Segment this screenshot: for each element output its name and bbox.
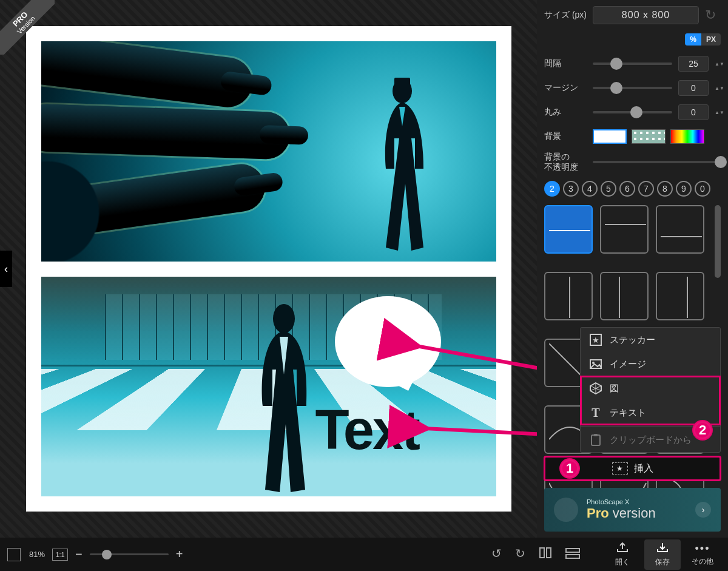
spacing-slider[interactable] [593, 63, 672, 65]
download-icon [656, 542, 669, 556]
svg-rect-22 [594, 434, 598, 436]
collage-cell-2[interactable]: Text [41, 277, 496, 497]
cell-count-6[interactable]: 6 [619, 181, 635, 197]
svg-rect-23 [540, 548, 544, 558]
cell-count-0[interactable]: 0 [695, 181, 710, 197]
opacity-label: 背景の不透明度 [544, 152, 587, 172]
more-button[interactable]: ••• その他 [684, 539, 721, 570]
fit-screen-button[interactable] [7, 548, 21, 561]
annotation-highlight-2: 図 T テキスト 2 [581, 376, 720, 425]
clipboard-icon [589, 433, 602, 447]
text-object[interactable]: Text [315, 398, 419, 462]
cell-count-4[interactable]: 4 [582, 181, 598, 197]
menu-item-label: ステッカー [610, 334, 655, 346]
collapse-toggle[interactable]: ‹ [0, 251, 12, 287]
layout-tile[interactable] [656, 205, 704, 254]
margin-value[interactable]: 0 [678, 80, 709, 96]
insert-button-label: 挿入 [634, 462, 653, 475]
star-box-icon: ★ [589, 333, 602, 346]
save-button[interactable]: 保存 [644, 539, 681, 570]
undo-icon[interactable]: ↺ [491, 546, 502, 563]
cell-count-3[interactable]: 3 [563, 181, 579, 197]
layout-tile[interactable] [656, 272, 704, 320]
chevron-right-icon[interactable]: › [695, 502, 711, 518]
spacing-value[interactable]: 25 [678, 56, 709, 72]
bg-swatch-white[interactable] [593, 129, 627, 144]
illustration-finger [41, 103, 291, 160]
image-icon [589, 357, 602, 371]
properties-panel: サイズ (px) 800 x 800 ↻ % PX 間隔 25 ▲▼ マージン … [537, 0, 728, 538]
annotation-badge-2: 2 [693, 421, 712, 439]
svg-point-2 [273, 304, 295, 333]
redo-icon[interactable]: ↻ [705, 7, 721, 23]
promo-logo [554, 498, 578, 522]
cell-count-selector: 234567890 [544, 181, 721, 197]
svg-rect-26 [566, 555, 579, 558]
svg-rect-1 [394, 78, 410, 86]
size-input[interactable]: 800 x 800 [593, 6, 699, 24]
insert-menu: ★ ステッカー イメージ 図 T テキスト 2 [580, 327, 721, 453]
margin-slider[interactable] [593, 87, 672, 89]
collage-canvas[interactable]: Text [26, 26, 511, 512]
redo-icon[interactable]: ↻ [515, 546, 525, 563]
svg-rect-21 [592, 435, 600, 445]
more-icon: ••• [695, 542, 710, 555]
rounding-value[interactable]: 0 [678, 104, 709, 120]
actual-size-button[interactable]: 1:1 [52, 549, 68, 561]
layout-tile[interactable] [600, 272, 649, 320]
layout-tile[interactable] [600, 205, 649, 254]
margin-stepper[interactable]: ▲▼ [715, 86, 721, 91]
zoom-slider[interactable] [90, 553, 169, 555]
rounding-label: 丸み [544, 107, 587, 118]
layout-tile[interactable] [544, 205, 593, 254]
open-button[interactable]: 開く [604, 539, 641, 570]
bg-swatch-pattern[interactable] [632, 129, 666, 144]
zoom-percent: 81% [29, 550, 45, 559]
menu-item-sticker[interactable]: ★ ステッカー [581, 328, 720, 352]
size-row: サイズ (px) 800 x 800 ↻ [544, 6, 721, 24]
menu-item-shape[interactable]: 図 [581, 376, 720, 400]
pro-promo[interactable]: PhotoScape X Pro version › [544, 488, 721, 532]
collage-cell-1[interactable] [41, 41, 496, 262]
cell-count-9[interactable]: 9 [676, 181, 692, 197]
spacing-stepper[interactable]: ▲▼ [715, 61, 721, 67]
promo-title: Pro version [587, 505, 656, 521]
split-icon[interactable] [565, 546, 580, 563]
illustration-finger [41, 41, 255, 110]
more-label: その他 [692, 556, 713, 567]
layouts-scrollbar[interactable] [715, 205, 721, 278]
opacity-slider[interactable] [593, 161, 721, 163]
menu-item-label: イメージ [610, 359, 646, 370]
cell-count-5[interactable]: 5 [601, 181, 616, 197]
shape-icon [589, 382, 602, 395]
zoom-in-button[interactable]: + [176, 547, 183, 561]
speech-bubble[interactable] [335, 296, 441, 387]
compare-icon[interactable] [539, 546, 552, 563]
bg-swatch-rainbow[interactable] [670, 129, 704, 144]
size-label: サイズ (px) [544, 10, 587, 21]
rounding-stepper[interactable]: ▲▼ [715, 110, 721, 115]
layout-tile[interactable] [544, 272, 593, 320]
bottom-toolbar: 81% 1:1 − + ↺ ↻ 開く 保存 ••• その他 [0, 538, 728, 571]
svg-rect-25 [566, 549, 579, 552]
zoom-out-button[interactable]: − [75, 547, 83, 561]
cell-count-8[interactable]: 8 [657, 181, 673, 197]
unit-px[interactable]: PX [701, 33, 721, 46]
insert-icon: ★ [612, 462, 628, 475]
illustration-person [363, 78, 442, 254]
canvas-area: ‹ [0, 0, 537, 538]
text-icon: T [589, 406, 602, 419]
open-label: 開く [615, 557, 630, 567]
unit-toggle[interactable]: % PX [685, 33, 721, 46]
cell-count-2[interactable]: 2 [544, 181, 560, 197]
bg-label: 背景 [544, 131, 587, 142]
cell-count-7[interactable]: 7 [638, 181, 654, 197]
rounding-slider[interactable] [593, 111, 672, 113]
menu-item-label: テキスト [610, 407, 646, 419]
svg-rect-24 [547, 548, 551, 558]
save-label: 保存 [655, 557, 670, 567]
menu-item-image[interactable]: イメージ [581, 352, 720, 376]
unit-percent[interactable]: % [685, 33, 701, 46]
spacing-label: 間隔 [544, 58, 587, 69]
insert-button[interactable]: 1 ★ 挿入 [544, 456, 721, 481]
